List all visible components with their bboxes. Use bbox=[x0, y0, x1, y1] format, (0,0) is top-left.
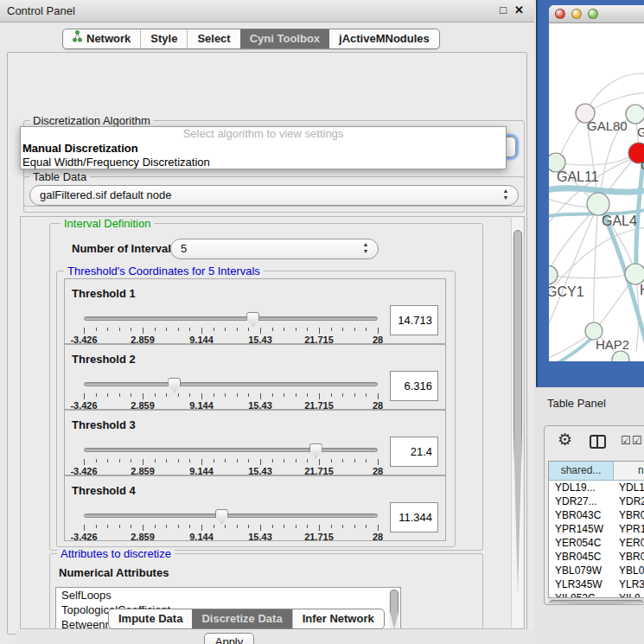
table-data-combobox[interactable]: galFiltered.sif default node ▲▼ bbox=[29, 185, 519, 206]
tick-mark bbox=[166, 328, 167, 331]
algorithm-option-equal-width[interactable]: Equal Width/Frequency Discretization bbox=[21, 156, 506, 169]
cell-name[interactable]: YIL0 bbox=[614, 591, 644, 598]
threshold-value-box[interactable]: 6.316 bbox=[390, 371, 438, 401]
attribute-list-item[interactable]: SelfLoops bbox=[56, 588, 400, 603]
algorithm-option-manual[interactable]: Manual Discretization bbox=[21, 142, 506, 156]
tick-mark bbox=[214, 393, 214, 397]
network-edge-thick[interactable] bbox=[549, 188, 644, 192]
cell-name[interactable]: YLR3 bbox=[614, 577, 644, 591]
tick-mark bbox=[307, 525, 308, 528]
tab-cyni-toolbox-label: Cyni Toolbox bbox=[250, 29, 320, 48]
gcy1-node[interactable] bbox=[549, 265, 558, 284]
mac-zoom-button[interactable] bbox=[588, 9, 598, 19]
bottom-node[interactable] bbox=[612, 351, 629, 361]
column-split-icon[interactable] bbox=[590, 435, 606, 449]
cell-shared-name[interactable]: YIL052C bbox=[549, 591, 614, 598]
cell-shared-name[interactable]: YBR045C bbox=[549, 550, 614, 564]
table-row[interactable]: YPR145WYPR1 bbox=[549, 522, 644, 536]
top-right-node[interactable] bbox=[626, 105, 644, 124]
tab-select[interactable]: Select bbox=[187, 29, 239, 48]
tab-impute-data[interactable]: Impute Data bbox=[109, 609, 192, 628]
tick-mark bbox=[131, 459, 131, 462]
mac-minimize-button[interactable] bbox=[571, 9, 582, 19]
scrollbar-thumb[interactable] bbox=[550, 600, 643, 605]
checkbox-icon[interactable]: ☑ bbox=[632, 434, 642, 447]
tab-network[interactable]: Network bbox=[63, 29, 140, 48]
tab-style[interactable]: Style bbox=[140, 29, 187, 48]
tab-jactivemnodules[interactable]: jActiveMNodules bbox=[329, 29, 439, 48]
cell-name[interactable]: YBR0 bbox=[614, 508, 644, 522]
cell-name[interactable]: YER0 bbox=[614, 536, 644, 550]
checkbox-icon[interactable]: ☑ bbox=[621, 434, 631, 447]
threshold-panel: Threshold 1 -3.4262.8599.14415.4321.7152… bbox=[64, 278, 446, 344]
cell-name[interactable]: YBR0 bbox=[614, 550, 644, 564]
cell-shared-name[interactable]: YDL19... bbox=[549, 481, 614, 494]
close-panel-icon[interactable]: ✕ bbox=[514, 3, 524, 16]
cyni-toolbox-panel: Discretization Algorithm ▲▼ Select algor… bbox=[7, 52, 527, 634]
slider-thumb[interactable] bbox=[246, 312, 259, 327]
threshold-slider[interactable]: -3.4262.8599.14415.4321.71528 bbox=[84, 312, 378, 341]
tab-cyni-toolbox[interactable]: Cyni Toolbox bbox=[240, 29, 329, 48]
table-row[interactable]: YIL052CYIL0 bbox=[549, 591, 644, 598]
cell-shared-name[interactable]: YPR145W bbox=[549, 522, 614, 536]
table-row[interactable]: YLR345WYLR3 bbox=[549, 577, 644, 591]
cell-name[interactable]: YDR2 bbox=[614, 494, 644, 508]
gal4-node[interactable] bbox=[587, 193, 609, 215]
cell-shared-name[interactable]: YBL079W bbox=[549, 564, 614, 577]
table-row[interactable]: YBR043CYBR0 bbox=[549, 508, 644, 522]
tick-mark bbox=[296, 328, 296, 331]
slider-ticks bbox=[84, 459, 378, 466]
slider-track[interactable] bbox=[84, 316, 378, 321]
slider-track[interactable] bbox=[84, 382, 378, 386]
threshold-value-box[interactable]: 11.344 bbox=[390, 502, 438, 532]
mac-close-button[interactable] bbox=[555, 9, 565, 19]
table-row[interactable]: YBR045CYBR0 bbox=[549, 550, 644, 564]
cell-shared-name[interactable]: YBR043C bbox=[549, 508, 614, 522]
tick-mark bbox=[214, 328, 214, 331]
table-horizontal-scrollbar[interactable] bbox=[548, 599, 644, 605]
table-row[interactable]: YDR27...YDR2 bbox=[549, 494, 644, 508]
table-row[interactable]: YER054CYER0 bbox=[549, 536, 644, 550]
tick-mark bbox=[119, 393, 120, 397]
column-header-name[interactable]: na bbox=[614, 462, 644, 480]
table-row[interactable]: YDL19...YDL1 bbox=[549, 481, 644, 494]
table-row[interactable]: YBL079WYBL0 bbox=[549, 564, 644, 577]
slider-thumb[interactable] bbox=[168, 378, 181, 392]
settings-vertical-scrollbar[interactable] bbox=[511, 218, 523, 628]
tab-discretize-data[interactable]: Discretize Data bbox=[192, 609, 291, 628]
number-of-intervals-combobox[interactable]: 5 ▲▼ bbox=[170, 239, 379, 259]
table-panel-title: Table Panel bbox=[547, 397, 606, 410]
scrollbar-thumb[interactable] bbox=[390, 590, 399, 629]
threshold-slider[interactable]: -3.4262.8599.14415.4321.71528 bbox=[84, 509, 378, 539]
column-header-shared-name[interactable]: shared... bbox=[549, 462, 614, 480]
gear-icon[interactable]: ⚙ bbox=[558, 430, 572, 450]
tab-infer-network[interactable]: Infer Network bbox=[292, 609, 384, 628]
threshold-slider[interactable]: -3.4262.8599.14415.4321.71528 bbox=[84, 443, 378, 473]
cell-name[interactable]: YPR1 bbox=[614, 522, 644, 536]
slider-thumb[interactable] bbox=[309, 443, 322, 458]
slider-thumb[interactable] bbox=[215, 509, 228, 524]
cell-name[interactable]: YBL0 bbox=[614, 564, 644, 577]
attributes-list-scrollbar[interactable] bbox=[389, 589, 399, 629]
cell-shared-name[interactable]: YLR345W bbox=[549, 577, 614, 591]
slider-track[interactable] bbox=[84, 513, 378, 518]
cell-name[interactable]: YDL1 bbox=[614, 481, 644, 494]
node-attribute-table: shared... na YDL19...YDL1YDR27...YDR2YBR… bbox=[548, 461, 644, 598]
tick-mark bbox=[107, 459, 108, 462]
slider-track[interactable] bbox=[84, 448, 378, 452]
network-edge[interactable] bbox=[594, 204, 598, 328]
cell-shared-name[interactable]: YER054C bbox=[549, 536, 614, 550]
float-window-icon[interactable]: □ bbox=[500, 3, 507, 16]
threshold-value-box[interactable]: 14.713 bbox=[390, 305, 438, 335]
threshold-slider[interactable]: -3.4262.8599.14415.4321.71528 bbox=[84, 378, 378, 407]
right-node[interactable] bbox=[625, 264, 644, 284]
scrollbar-thumb[interactable] bbox=[513, 230, 522, 595]
network-canvas[interactable]: GAL80GCGAL11GAL4GCY1HHAP2 bbox=[549, 23, 644, 361]
tab-infer-network-label: Infer Network bbox=[303, 609, 374, 628]
tick-mark bbox=[131, 393, 131, 397]
thresholds-group-title: Threshold's Coordinates for 5 Intervals bbox=[64, 265, 264, 277]
threshold-value-box[interactable]: 21.4 bbox=[390, 437, 438, 467]
table-data-selected-value: galFiltered.sif default node bbox=[40, 188, 171, 201]
cell-shared-name[interactable]: YDR27... bbox=[549, 494, 614, 508]
apply-button[interactable]: Apply bbox=[204, 633, 254, 644]
